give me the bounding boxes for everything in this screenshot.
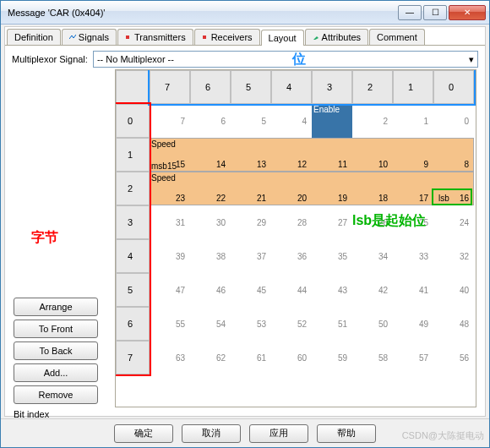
column-header: 6 [190, 70, 231, 104]
grid-cell-value: 19 [312, 194, 352, 203]
grid-cell[interactable]: 2 [352, 104, 393, 138]
grid-cell[interactable]: 52 [271, 307, 312, 341]
apply-button[interactable]: 应用 [249, 424, 308, 443]
close-button[interactable]: ✕ [449, 5, 486, 20]
grid-cell[interactable]: 51 [312, 307, 352, 341]
row-header: 1 [116, 138, 150, 172]
grid-cell-value: 9 [393, 160, 433, 169]
grid-cell-value: 13 [231, 160, 271, 169]
chevron-down-icon: ▾ [469, 54, 474, 65]
column-header: 4 [271, 70, 312, 104]
grid-cell[interactable]: 58 [352, 341, 393, 374]
grid-cell[interactable]: 30 [190, 205, 231, 239]
receiver-icon [202, 34, 209, 41]
cancel-button[interactable]: 取消 [182, 424, 241, 443]
grid-cell[interactable]: 54 [190, 307, 231, 341]
add-button[interactable]: Add... [14, 363, 98, 382]
tab-comment[interactable]: Comment [369, 29, 425, 45]
tab-transmitters[interactable]: Transmitters [117, 29, 193, 45]
maximize-button[interactable]: ☐ [423, 5, 447, 20]
tab-receivers[interactable]: Receivers [194, 29, 260, 45]
column-header: 7 [150, 70, 190, 104]
row-header: 3 [116, 205, 150, 239]
grid-cell[interactable]: 45 [231, 273, 271, 307]
layout-grid[interactable]: 7654321007654321011514131211109822322212… [116, 70, 476, 407]
column-header: 5 [231, 70, 271, 104]
grid-cell[interactable]: 39 [150, 239, 190, 273]
grid-cell[interactable]: 41 [393, 273, 433, 307]
row-header: 2 [116, 172, 150, 205]
grid-cell[interactable]: 43 [312, 273, 352, 307]
multiplexor-select[interactable]: -- No Multiplexor -- ▾ [93, 51, 478, 68]
grid-cell-value: 18 [352, 194, 393, 203]
svg-rect-0 [126, 36, 129, 39]
grid-cell[interactable]: 32 [433, 239, 474, 273]
column-header: 2 [352, 70, 393, 104]
tab-definition[interactable]: Definition [7, 29, 61, 45]
row-header: 0 [116, 104, 150, 138]
grid-cell[interactable]: 5 [231, 104, 271, 138]
grid-cell[interactable]: 38 [190, 239, 231, 273]
grid-cell[interactable]: 56 [433, 341, 474, 374]
arrange-button[interactable]: Arrange [14, 298, 98, 316]
grid-cell[interactable]: 29 [231, 205, 271, 239]
grid-cell[interactable]: 1 [393, 104, 433, 138]
grid-cell[interactable]: 50 [352, 307, 393, 341]
grid-cell[interactable]: 33 [393, 239, 433, 273]
grid-cell[interactable]: 25 [393, 205, 433, 239]
grid-cell[interactable]: 63 [150, 341, 190, 374]
grid-cell[interactable]: 61 [231, 341, 271, 374]
tab-signals[interactable]: Signals [62, 29, 117, 45]
help-button[interactable]: 帮助 [317, 424, 376, 443]
signals-icon [69, 34, 76, 41]
grid-cell[interactable]: 24 [433, 205, 474, 239]
grid-cell[interactable]: 27 [312, 205, 352, 239]
minimize-button[interactable]: — [398, 5, 422, 20]
to-front-button[interactable]: To Front [14, 320, 98, 338]
watermark: CSDN@大陈挺电动 [402, 429, 484, 442]
grid-cell[interactable]: 46 [190, 273, 231, 307]
grid-cell[interactable]: 47 [150, 273, 190, 307]
row-header: 4 [116, 239, 150, 273]
signal-speed-label: Speed [151, 139, 176, 149]
grid-cell-value: 22 [190, 194, 231, 203]
grid-cell[interactable]: 4 [271, 104, 312, 138]
row-header: 7 [116, 341, 150, 374]
grid-cell-value: 20 [271, 194, 312, 203]
grid-cell[interactable]: 35 [312, 239, 352, 273]
grid-cell[interactable]: 26 [352, 205, 393, 239]
grid-cell[interactable]: 0 [433, 104, 474, 138]
to-back-button[interactable]: To Back [14, 341, 98, 360]
tab-layout[interactable]: Layout [261, 30, 304, 46]
row-header: 5 [116, 273, 150, 307]
grid-cell-value: 10 [352, 160, 393, 169]
grid-cell[interactable]: 34 [352, 239, 393, 273]
grid-cell[interactable]: 36 [271, 239, 312, 273]
grid-cell[interactable]: 40 [433, 273, 474, 307]
grid-cell-value: 12 [271, 160, 312, 169]
grid-cell[interactable]: 62 [190, 341, 231, 374]
grid-cell-value: 16 [433, 194, 474, 203]
svg-rect-1 [203, 36, 206, 39]
grid-cell[interactable]: 37 [231, 239, 271, 273]
grid-cell[interactable]: 31 [150, 205, 190, 239]
grid-cell[interactable]: 28 [271, 205, 312, 239]
grid-cell[interactable]: 60 [271, 341, 312, 374]
transmitter-icon [125, 34, 132, 41]
grid-cell[interactable]: 49 [393, 307, 433, 341]
grid-cell[interactable]: 7 [150, 104, 190, 138]
grid-cell[interactable]: 59 [312, 341, 352, 374]
grid-cell[interactable]: 53 [231, 307, 271, 341]
grid-cell[interactable]: 48 [433, 307, 474, 341]
ok-button[interactable]: 确定 [114, 424, 173, 443]
column-header: 3 [312, 70, 352, 104]
grid-cell[interactable]: 55 [150, 307, 190, 341]
grid-cell[interactable]: 44 [271, 273, 312, 307]
grid-cell[interactable]: 57 [393, 341, 433, 374]
signal-enable[interactable]: Enable [312, 104, 352, 138]
tab-attributes[interactable]: Attributes [305, 29, 368, 45]
grid-cell[interactable]: 6 [190, 104, 231, 138]
column-header: 1 [393, 70, 433, 104]
grid-cell[interactable]: 42 [352, 273, 393, 307]
remove-button[interactable]: Remove [14, 385, 98, 404]
